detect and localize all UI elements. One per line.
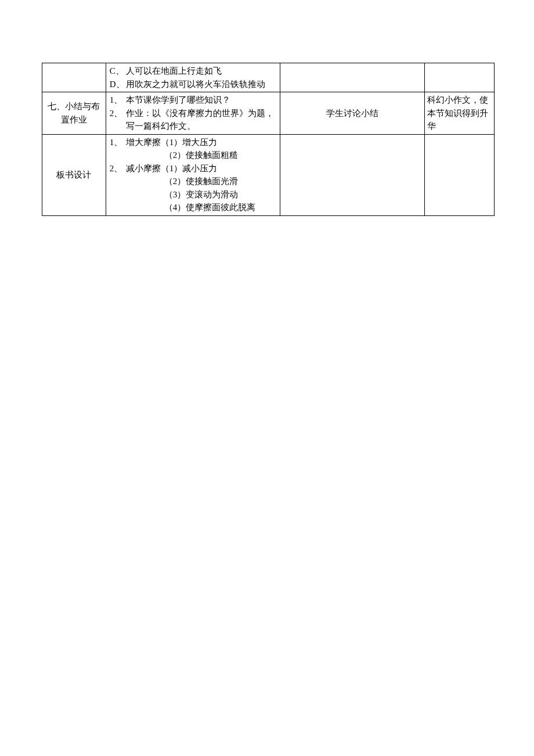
notes-cell: 科幻小作文，使本节知识得到升华 bbox=[425, 92, 495, 135]
content-line: （2）使接触面光滑 bbox=[110, 175, 277, 188]
item-marker: D、 bbox=[110, 78, 126, 91]
content-line: 2、减小摩擦（1）减小压力 bbox=[110, 162, 277, 175]
item-text: 用吹灰之力就可以将火车沿铁轨推动 bbox=[126, 78, 277, 91]
table-body: C、人可以在地面上行走如飞D、用吹灰之力就可以将火车沿铁轨推动七、小结与布置作业… bbox=[42, 63, 495, 216]
content-line: D、用吹灰之力就可以将火车沿铁轨推动 bbox=[110, 78, 277, 91]
content-line: 1、增大摩擦（1）增大压力 bbox=[110, 136, 277, 149]
item-text: 作业：以《没有摩擦力的世界》为题，写一篇科幻作文。 bbox=[126, 107, 277, 133]
content-line: （2）使接触面粗糙 bbox=[110, 149, 277, 162]
content-line: C、人可以在地面上行走如飞 bbox=[110, 64, 277, 78]
notes-cell bbox=[425, 134, 495, 215]
content-line: （3）变滚动为滑动 bbox=[110, 188, 277, 201]
content-line: （4）使摩擦面彼此脱离 bbox=[110, 201, 277, 214]
row-content-cell: 1、增大摩擦（1）增大压力（2）使接触面粗糙2、减小摩擦（1）减小压力（2）使接… bbox=[106, 134, 280, 215]
notes-cell bbox=[425, 63, 495, 92]
table-row: C、人可以在地面上行走如飞D、用吹灰之力就可以将火车沿铁轨推动 bbox=[42, 63, 495, 92]
item-marker: C、 bbox=[110, 64, 126, 78]
item-text: 人可以在地面上行走如飞 bbox=[126, 64, 277, 78]
item-text: 减小摩擦（1）减小压力 bbox=[126, 162, 277, 175]
item-marker: 1、 bbox=[110, 93, 126, 107]
student-activity-cell bbox=[280, 63, 425, 92]
row-label-cell: 板书设计 bbox=[42, 134, 106, 215]
table-row: 七、小结与布置作业1、本节课你学到了哪些知识？2、作业：以《没有摩擦力的世界》为… bbox=[42, 92, 495, 135]
content-line: 1、本节课你学到了哪些知识？ bbox=[110, 93, 277, 107]
student-activity-cell: 学生讨论小结 bbox=[280, 92, 425, 135]
table-row: 板书设计1、增大摩擦（1）增大压力（2）使接触面粗糙2、减小摩擦（1）减小压力（… bbox=[42, 134, 495, 215]
item-marker: 1、 bbox=[110, 136, 126, 149]
row-content-cell: 1、本节课你学到了哪些知识？2、作业：以《没有摩擦力的世界》为题，写一篇科幻作文… bbox=[106, 92, 280, 135]
row-label-cell: 七、小结与布置作业 bbox=[42, 92, 106, 135]
item-marker: 2、 bbox=[110, 107, 126, 120]
content-line: 2、作业：以《没有摩擦力的世界》为题，写一篇科幻作文。 bbox=[110, 107, 277, 133]
student-activity-cell bbox=[280, 134, 425, 215]
item-marker: 2、 bbox=[110, 162, 126, 175]
item-text: 本节课你学到了哪些知识？ bbox=[126, 93, 277, 107]
item-text: 增大摩擦（1）增大压力 bbox=[126, 136, 277, 149]
row-content-cell: C、人可以在地面上行走如飞D、用吹灰之力就可以将火车沿铁轨推动 bbox=[106, 63, 280, 92]
row-label-cell bbox=[42, 63, 106, 92]
lesson-plan-table: C、人可以在地面上行走如飞D、用吹灰之力就可以将火车沿铁轨推动七、小结与布置作业… bbox=[42, 63, 495, 216]
